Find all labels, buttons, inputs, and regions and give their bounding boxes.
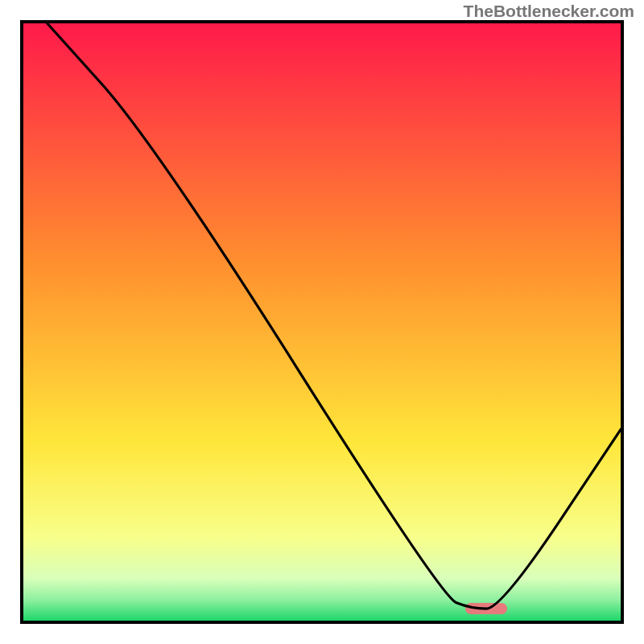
chart-container: TheBottlenecker.com <box>0 0 644 644</box>
curve-line <box>23 23 621 621</box>
watermark-text: TheBottlenecker.com <box>464 2 634 21</box>
chart-frame <box>20 20 624 624</box>
